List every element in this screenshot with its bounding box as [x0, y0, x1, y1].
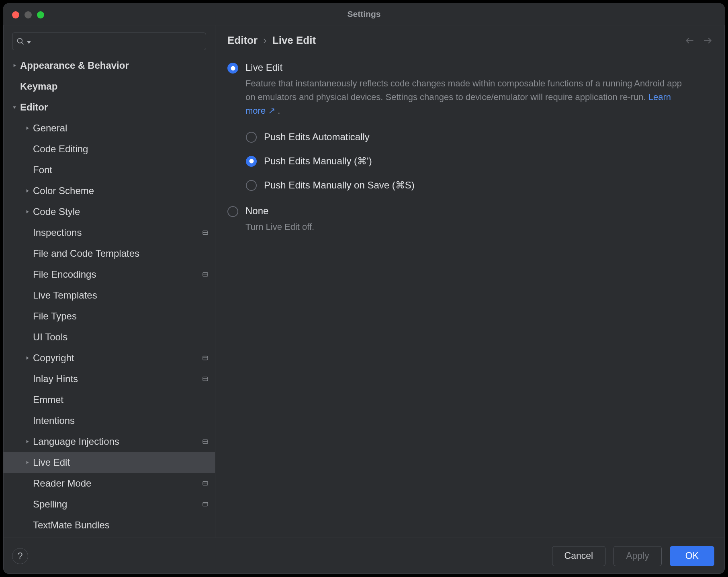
sub-option-push-auto[interactable]: Push Edits Automatically [246, 125, 713, 149]
breadcrumb-separator: › [263, 34, 267, 47]
sidebar-item-file-encodings[interactable]: File Encodings [3, 264, 215, 285]
option-none-desc: Turn Live Edit off. [245, 220, 687, 234]
sidebar-item-inspections[interactable]: Inspections [3, 222, 215, 243]
project-scope-icon [202, 376, 209, 382]
chevron-right-icon[interactable] [22, 460, 33, 465]
sidebar-item-live-templates[interactable]: Live Templates [3, 285, 215, 306]
cancel-button[interactable]: Cancel [552, 546, 606, 566]
sidebar-item-live-edit[interactable]: Live Edit [3, 452, 215, 473]
sidebar-item-emmet[interactable]: Emmet [3, 389, 215, 410]
sidebar-item-label: TextMate Bundles [33, 520, 110, 531]
sidebar-item-label: Spelling [33, 499, 67, 510]
sub-option-push-auto-label: Push Edits Automatically [264, 131, 370, 143]
breadcrumb-parent[interactable]: Editor [227, 34, 258, 47]
help-button[interactable]: ? [12, 548, 28, 564]
sidebar-item-label: Editor [20, 102, 48, 113]
sidebar-item-code-style[interactable]: Code Style [3, 201, 215, 222]
project-scope-icon [202, 355, 209, 361]
breadcrumb-leaf: Live Edit [272, 34, 316, 47]
option-none[interactable]: None [227, 205, 713, 217]
sidebar-item-code-editing[interactable]: Code Editing [3, 139, 215, 160]
option-live-edit-label: Live Edit [245, 62, 282, 73]
sidebar-item-label: File and Code Templates [33, 248, 139, 259]
chevron-right-icon[interactable] [22, 355, 33, 361]
footer-buttons: Cancel Apply OK [552, 546, 714, 566]
option-live-edit-desc-text: Feature that instantaneously reflects co… [245, 78, 682, 102]
option-live-edit[interactable]: Live Edit [227, 62, 713, 74]
project-scope-icon [202, 438, 209, 445]
sidebar-item-label: Copyright [33, 352, 74, 364]
sidebar-item-color-scheme[interactable]: Color Scheme [3, 180, 215, 201]
sidebar-item-ui-tools[interactable]: UI Tools [3, 327, 215, 348]
sub-option-push-manual[interactable]: Push Edits Manually (⌘') [246, 149, 713, 173]
apply-button[interactable]: Apply [613, 546, 662, 566]
svg-point-0 [18, 39, 22, 43]
ok-button[interactable]: OK [670, 546, 714, 566]
content: Live Edit Feature that instantaneously r… [215, 51, 725, 241]
settings-tree[interactable]: Appearance & BehaviorKeymapEditorGeneral… [3, 55, 215, 538]
sidebar-item-label: Intentions [33, 415, 75, 426]
sidebar-item-label: Inlay Hints [33, 373, 78, 385]
sidebar-item-label: Keymap [20, 81, 57, 92]
help-icon: ? [17, 550, 22, 562]
search-input[interactable] [33, 37, 202, 46]
sidebar: Appearance & BehaviorKeymapEditorGeneral… [3, 25, 215, 538]
nav-back-icon[interactable] [685, 35, 695, 46]
sub-option-push-on-save[interactable]: Push Edits Manually on Save (⌘S) [246, 173, 713, 197]
sidebar-item-editor[interactable]: Editor [3, 97, 215, 118]
sidebar-item-label: File Types [33, 311, 77, 322]
option-none-label: None [245, 205, 268, 217]
sidebar-item-label: Code Editing [33, 143, 88, 155]
sidebar-item-intentions[interactable]: Intentions [3, 410, 215, 431]
search-filter-dropdown-icon[interactable] [27, 41, 31, 44]
chevron-right-icon[interactable] [22, 439, 33, 444]
sidebar-item-language-injections[interactable]: Language Injections [3, 431, 215, 452]
chevron-right-icon[interactable] [22, 188, 33, 194]
sidebar-item-spelling[interactable]: Spelling [3, 494, 215, 515]
radio-push-on-save[interactable] [246, 180, 257, 191]
window-title: Settings [3, 9, 725, 19]
sidebar-item-copyright[interactable]: Copyright [3, 348, 215, 368]
chevron-right-icon[interactable] [22, 209, 33, 215]
external-link-icon: ↗ [268, 106, 275, 116]
chevron-right-icon[interactable] [9, 63, 20, 68]
option-live-edit-desc: Feature that instantaneously reflects co… [245, 77, 687, 118]
sidebar-item-label: Code Style [33, 206, 80, 217]
sidebar-item-textmate-bundles[interactable]: TextMate Bundles [3, 515, 215, 536]
sidebar-item-label: Language Injections [33, 436, 119, 447]
radio-push-auto[interactable] [246, 132, 257, 143]
chevron-down-icon[interactable] [9, 104, 20, 110]
sub-options: Push Edits Automatically Push Edits Manu… [246, 125, 713, 197]
search-wrap [3, 25, 215, 55]
sidebar-item-label: Appearance & Behavior [20, 60, 129, 71]
sidebar-item-file-and-code-templates[interactable]: File and Code Templates [3, 243, 215, 264]
radio-none[interactable] [227, 206, 238, 217]
breadcrumb: Editor › Live Edit [227, 34, 316, 47]
settings-window: Settings Appearance & BehaviorKeymapEdit… [3, 3, 725, 574]
nav-arrows [685, 35, 713, 46]
sidebar-item-reader-mode[interactable]: Reader Mode [3, 473, 215, 494]
settings-body: Appearance & BehaviorKeymapEditorGeneral… [3, 25, 725, 538]
sub-option-push-manual-label: Push Edits Manually (⌘') [264, 156, 372, 167]
project-scope-icon [202, 229, 209, 236]
sidebar-item-file-types[interactable]: File Types [3, 306, 215, 327]
sidebar-item-inlay-hints[interactable]: Inlay Hints [3, 368, 215, 389]
radio-live-edit[interactable] [227, 63, 238, 74]
svg-line-1 [22, 43, 24, 45]
sidebar-item-label: Color Scheme [33, 185, 94, 196]
sidebar-item-label: Font [33, 164, 52, 176]
project-scope-icon [202, 271, 209, 278]
chevron-right-icon[interactable] [22, 125, 33, 131]
sidebar-item-label: General [33, 123, 67, 134]
sidebar-item-label: File Encodings [33, 269, 96, 280]
search-box[interactable] [12, 33, 206, 50]
project-scope-icon [202, 501, 209, 507]
sidebar-item-appearance-behavior[interactable]: Appearance & Behavior [3, 55, 215, 76]
sidebar-item-font[interactable]: Font [3, 160, 215, 180]
sidebar-item-keymap[interactable]: Keymap [3, 76, 215, 97]
radio-push-manual[interactable] [246, 156, 257, 167]
sidebar-item-label: Live Templates [33, 290, 97, 301]
nav-forward-icon[interactable] [702, 35, 713, 46]
titlebar: Settings [3, 3, 725, 25]
sidebar-item-general[interactable]: General [3, 118, 215, 139]
